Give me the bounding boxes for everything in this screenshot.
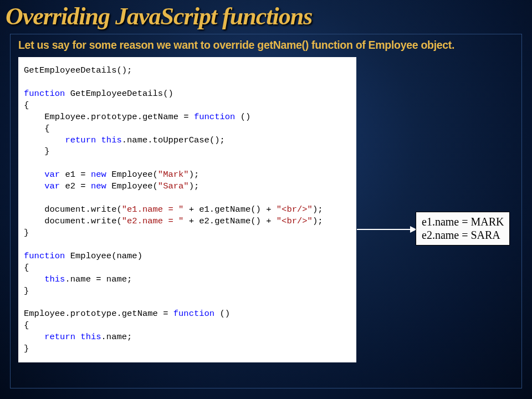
output-box: e1.name = MARK e2.name = SARA bbox=[416, 212, 510, 245]
output-line-2: e2.name = SARA bbox=[422, 228, 504, 242]
slide-title: Overriding JavaScript functions bbox=[0, 0, 532, 30]
arrow-icon bbox=[357, 224, 417, 235]
slide-subtitle: Let us say for some reason we want to ov… bbox=[18, 39, 514, 52]
content-frame: Let us say for some reason we want to ov… bbox=[10, 34, 522, 388]
output-line-1: e1.name = MARK bbox=[422, 215, 504, 228]
code-block: GetEmployeeDetails(); function GetEmploy… bbox=[18, 57, 356, 362]
